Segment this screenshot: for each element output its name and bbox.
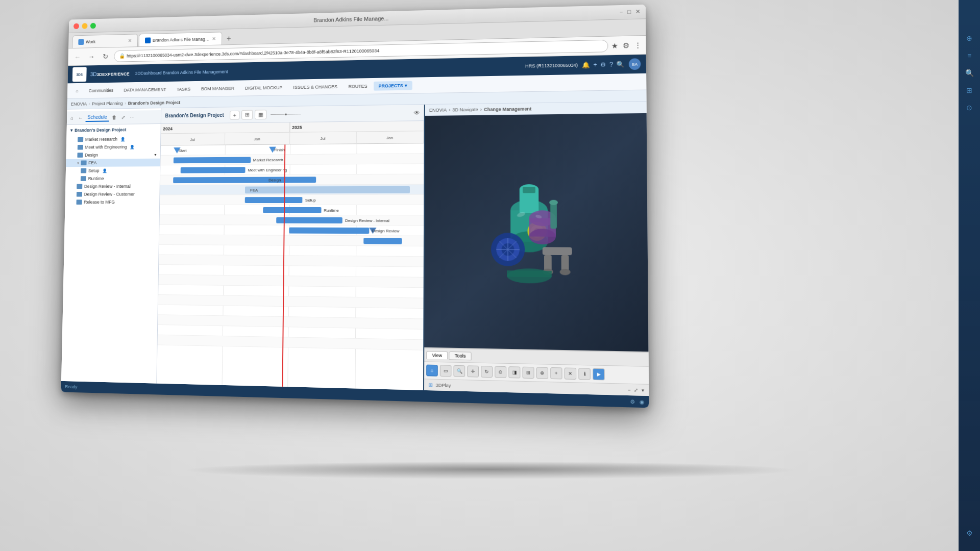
share-icon[interactable]: + xyxy=(593,61,597,68)
sidebar-item-setup[interactable]: Setup 👤 xyxy=(66,166,160,174)
svg-rect-27 xyxy=(507,270,552,277)
viewer-tab-view[interactable]: View xyxy=(426,351,448,359)
task-badge-market-research: 👤 xyxy=(120,137,125,141)
sidebar-item-review-internal[interactable]: Design Review - Internal xyxy=(65,182,160,190)
maximize-button[interactable] xyxy=(90,22,96,29)
sidebar-item-runtime[interactable]: Runtime xyxy=(65,174,160,183)
restore-icon[interactable]: □ xyxy=(627,9,631,15)
sidebar-home-btn[interactable]: ⌂ xyxy=(69,114,76,121)
viewer-tool-info[interactable]: ℹ xyxy=(578,368,591,380)
search-global-icon[interactable]: 🔍 xyxy=(616,61,624,68)
nav-projects[interactable]: PROJECTS ▾ xyxy=(374,81,412,90)
global-sidebar-icon-3[interactable]: 🔍 xyxy=(962,65,977,81)
global-sidebar-icon-4[interactable]: ⊞ xyxy=(962,83,977,98)
nav-bom-manager[interactable]: BOM MANAGER xyxy=(196,84,239,93)
nav-communities[interactable]: Communities xyxy=(84,86,118,95)
breadcrumb-enovia[interactable]: ENOVIA xyxy=(71,101,87,106)
close-button[interactable] xyxy=(74,23,79,29)
bar-runtime xyxy=(263,207,321,213)
secure-icon: 🔒 xyxy=(119,53,125,59)
viewer-tab-tools[interactable]: Tools xyxy=(449,351,472,360)
viewer-tool-section[interactable]: ◨ xyxy=(508,366,520,378)
help-icon[interactable]: ? xyxy=(609,61,613,68)
forward-button[interactable]: → xyxy=(86,53,97,61)
project-expand-arrow[interactable]: ▾ xyxy=(70,128,73,133)
scene-wrapper: Brandon Adkins File Manage... − □ ✕ Work… xyxy=(0,0,980,551)
nav-home[interactable]: ⌂ xyxy=(71,86,83,95)
viewer-3d-viewport[interactable]: Z Y X xyxy=(424,113,648,352)
svg-point-22 xyxy=(560,269,571,276)
nav-routes[interactable]: ROUTES xyxy=(344,81,373,91)
sidebar-item-review-customer[interactable]: Design Review - Customer xyxy=(65,190,160,198)
viewer-tool-zoom[interactable]: 🔍 xyxy=(454,365,465,377)
gantt-add-btn[interactable]: + xyxy=(230,110,240,119)
sidebar-item-meet-engineering[interactable]: Meet with Engineering 👤 xyxy=(66,143,160,152)
viewer-tool-measure[interactable]: ⊞ xyxy=(523,367,534,379)
nav-issues-changes[interactable]: ISSUES & CHANGES xyxy=(288,82,342,91)
menu-icon[interactable]: ⋮ xyxy=(634,41,642,49)
minimize-icon[interactable]: − xyxy=(620,9,623,15)
nav-tasks[interactable]: TASKS xyxy=(172,84,195,93)
viewer-tool-fit[interactable]: ⊙ xyxy=(495,366,506,378)
sidebar-item-market-research[interactable]: Market Research 👤 xyxy=(66,135,160,143)
bar-label-meet-engineering: Meet with Engineering xyxy=(248,168,287,172)
viewer-tool-axis[interactable]: ⊕ xyxy=(536,367,548,379)
sidebar-item-design[interactable]: Design ▾ xyxy=(66,151,160,159)
browser-tab-main[interactable]: Brandon Adkins File Manage... ✕ xyxy=(139,32,223,46)
global-sidebar-gear-icon[interactable]: ⚙ xyxy=(962,525,977,541)
gantt-view-btn[interactable]: 👁 xyxy=(414,109,420,116)
tab-favicon xyxy=(78,39,84,45)
title-bar-actions: − □ ✕ xyxy=(620,8,640,15)
viewer-tool-play[interactable]: ▶ xyxy=(593,368,605,381)
sidebar-expand-btn[interactable]: ⤢ xyxy=(119,114,127,121)
global-sidebar-icon-5[interactable]: ⊙ xyxy=(962,100,977,115)
status-chevron[interactable]: ▾ xyxy=(642,387,644,393)
user-id-text: HRS (R1132100065034) xyxy=(525,63,578,69)
sidebar-delete-btn[interactable]: 🗑 xyxy=(110,114,118,121)
status-minimize[interactable]: − xyxy=(628,387,631,393)
tab-close-work[interactable]: ✕ xyxy=(128,38,132,43)
gantt-chart-btn[interactable]: ▦ xyxy=(255,110,266,119)
nav-digital-mockup[interactable]: DIGITAL MOCKUP xyxy=(240,83,287,92)
notifications-icon[interactable]: 🔔 xyxy=(582,61,590,69)
gantt-month-jul: Jul xyxy=(161,133,225,145)
close-icon[interactable]: ✕ xyxy=(635,8,641,15)
nav-data-management[interactable]: DATA MANAGEMENT xyxy=(119,85,171,94)
settings-icon[interactable]: ⚙ xyxy=(600,61,606,68)
sidebar-schedule-btn[interactable]: Schedule xyxy=(86,113,109,122)
fea-expand[interactable]: ▾ xyxy=(77,161,79,165)
extensions-icon[interactable]: ⚙ xyxy=(623,41,630,49)
viewer-status-label: 3DPlay xyxy=(436,382,451,388)
viewer-tool-snap[interactable]: + xyxy=(550,367,562,380)
sidebar-options-btn[interactable]: ⋯ xyxy=(128,113,136,121)
browser-tab-work[interactable]: Work ✕ xyxy=(72,34,138,48)
gantt-table-btn[interactable]: ⊞ xyxy=(241,110,253,120)
status-expand[interactable]: ⤢ xyxy=(634,387,639,393)
viewer-tool-rotate[interactable]: ↻ xyxy=(481,366,493,378)
tab-close-main[interactable]: ✕ xyxy=(212,36,216,41)
task-badge-setup: 👤 xyxy=(102,168,107,173)
sidebar-item-fea[interactable]: ▾ FEA xyxy=(66,159,160,167)
viewer-tool-frame[interactable]: ▭ xyxy=(440,365,452,377)
new-tab-button[interactable]: + xyxy=(223,33,235,45)
reload-button[interactable]: ↻ xyxy=(100,52,111,60)
viewer-breadcrumb-3dnavigate: 3D Navigate xyxy=(452,107,478,112)
project-header-label: Brandon's Design Project xyxy=(75,128,126,133)
breadcrumb-project-planning[interactable]: Project Planning xyxy=(92,101,123,106)
viewer-tool-home[interactable]: ⌂ xyxy=(426,365,438,377)
global-sidebar-icon-2[interactable]: ≡ xyxy=(962,48,977,63)
back-button[interactable]: ← xyxy=(72,53,83,61)
user-avatar[interactable]: BA xyxy=(629,58,641,70)
bookmark-icon[interactable]: ★ xyxy=(611,41,619,50)
viewer-tool-close[interactable]: ✕ xyxy=(565,368,576,380)
viewer-breadcrumb-enovia: ENOVIA xyxy=(429,107,447,112)
breadcrumb-project[interactable]: Brandon's Design Project xyxy=(128,100,181,106)
viewer-tool-pan[interactable]: ✛ xyxy=(467,365,479,377)
global-sidebar-icon-1[interactable]: ⊕ xyxy=(962,31,977,46)
minimize-button[interactable] xyxy=(82,23,87,29)
design-arrow[interactable]: ▾ xyxy=(154,153,156,157)
task-label-setup: Setup xyxy=(88,168,100,173)
global-right-sidebar: ⊕ ≡ 🔍 ⊞ ⊙ ⚙ xyxy=(959,0,980,551)
sidebar-item-release-mfg[interactable]: Release to MFG xyxy=(65,198,159,206)
sidebar-back-btn[interactable]: ← xyxy=(76,114,85,122)
